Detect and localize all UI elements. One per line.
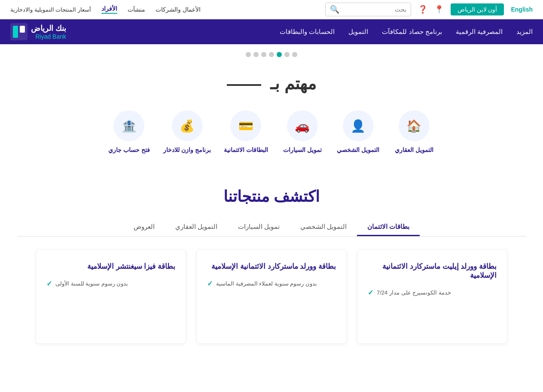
credit-cards-label: البطاقات الائتمانية — [224, 146, 268, 153]
nav-businesses[interactable]: منشآت — [128, 6, 145, 13]
online-banking-button[interactable]: أون لاين الرياض — [451, 3, 504, 15]
interest-card-car-finance[interactable]: 🚗 تمويل السيارات — [281, 110, 324, 153]
check-icon-1: ✓ — [368, 289, 373, 297]
product-card-world-elite: بطاقة وورلد إيليت ماستركارد الائتمانية ا… — [357, 249, 507, 344]
discover-title: اكتشف منتجاتنا — [17, 188, 526, 206]
credit-cards-icon: 💳 — [230, 110, 261, 141]
nav-more[interactable]: المزيد — [516, 20, 533, 43]
dot-2[interactable] — [284, 52, 290, 57]
personal-finance-icon: 👤 — [343, 110, 374, 141]
nav-rewards[interactable]: برنامج حصاد للمكافآت — [382, 20, 442, 43]
location-icon[interactable]: 📍 — [434, 5, 444, 14]
tab-personal-finance[interactable]: التمويل الشخصي — [290, 219, 357, 236]
svg-rect-2 — [20, 26, 25, 33]
product-card-visa-signature: بطاقة فيزا سيغنتشر الإسلامية بدون رسوم س… — [36, 249, 186, 344]
dot-1[interactable] — [292, 52, 297, 57]
main-nav: المزيد المصرفية الرقمية برنامج حصاد للمك… — [0, 19, 543, 44]
visa-signature-title: بطاقة فيزا سيغنتشر الإسلامية — [46, 262, 175, 271]
search-bar: 🔍 — [325, 3, 411, 16]
tab-car-finance[interactable]: تمويل السيارات — [228, 219, 290, 236]
interest-card-personal-finance[interactable]: 👤 التمويل الشخصي — [337, 110, 380, 153]
check-icon-3: ✓ — [46, 280, 52, 288]
world-elite-title: بطاقة وورلد إيليت ماستركارد الائتمانية ا… — [368, 262, 497, 280]
dot-4[interactable] — [269, 52, 274, 57]
world-mastercard-title: بطاقة وورلد ماستركارد الائتمانية الإسلام… — [207, 262, 336, 271]
tab-offers[interactable]: العروض — [123, 219, 165, 236]
real-estate-label: التمويل العقاري — [395, 146, 433, 153]
car-finance-icon: 🚗 — [287, 110, 318, 141]
top-bar: English أون لاين الرياض 📍 ❓ 🔍 الأعمال وا… — [0, 0, 543, 19]
check-icon-2: ✓ — [207, 280, 213, 288]
interest-card-savings[interactable]: 💰 برنامج وازن للادخار — [163, 110, 211, 153]
svg-rect-1 — [13, 26, 18, 38]
main-nav-links: المزيد المصرفية الرقمية برنامج حصاد للمك… — [280, 20, 533, 43]
dot-3[interactable] — [277, 52, 282, 57]
product-card-world-mastercard: بطاقة وورلد ماستركارد الائتمانية الإسلام… — [196, 249, 347, 344]
visa-signature-feature-1: بدون رسوم سنوية للسنة الأولى ✓ — [46, 280, 175, 288]
world-elite-feature-1: خدمة الكونسيرج على مدار 7/24 ✓ — [368, 289, 497, 297]
riyad-bank-logo-icon — [10, 23, 27, 40]
open-account-icon: 🏦 — [113, 110, 144, 141]
dot-5[interactable] — [261, 52, 266, 57]
nav-digital[interactable]: المصرفية الرقمية — [456, 20, 503, 43]
open-account-label: فتح حساب جاري — [108, 146, 150, 153]
interest-card-real-estate[interactable]: 🏠 التمويل العقاري — [393, 110, 436, 153]
dot-7[interactable] — [246, 52, 251, 57]
car-finance-label: تمويل السيارات — [283, 146, 322, 153]
nav-corporate[interactable]: الأعمال والشركات — [156, 6, 201, 13]
interest-card-credit-cards[interactable]: 💳 البطاقات الائتمانية — [224, 110, 268, 153]
nav-accounts[interactable]: الحسابات والبطاقات — [280, 20, 335, 43]
product-cards: بطاقة وورلد إيليت ماستركارد الائتمانية ا… — [17, 249, 526, 344]
interested-section: مهتم بـ 🏠 التمويل العقاري 👤 التمويل الشخ… — [0, 61, 543, 170]
savings-icon: 💰 — [172, 110, 203, 141]
english-link[interactable]: English — [511, 6, 533, 13]
discover-section: اكتشف منتجاتنا بطاقات الائتمان التمويل ا… — [0, 170, 543, 352]
world-elite-feature-text-1: خدمة الكونسيرج على مدار 7/24 — [377, 289, 451, 296]
logo-area: بنك الرياض Riyad Bank — [10, 23, 66, 40]
world-mastercard-feature-1: بدون رسوم سنوية لعملاء المصرفية الماسية … — [207, 280, 336, 288]
nav-individuals[interactable]: الأفراد — [101, 5, 117, 14]
help-icon[interactable]: ❓ — [418, 5, 427, 14]
savings-label: برنامج وازن للادخار — [163, 146, 211, 153]
world-mastercard-feature-text-1: بدون رسوم سنوية لعملاء المصرفية الماسية — [216, 280, 317, 287]
product-tabs: بطاقات الائتمان التمويل الشخصي تمويل الس… — [17, 219, 526, 237]
title-dash — [227, 84, 261, 86]
interest-card-open-account[interactable]: 🏦 فتح حساب جاري — [107, 110, 150, 153]
nav-rates[interactable]: أسعار المنتجات التمويلية والادخارية — [10, 6, 91, 13]
top-bar-nav: الأعمال والشركات منشآت الأفراد أسعار الم… — [10, 5, 201, 14]
personal-finance-label: التمويل الشخصي — [337, 146, 379, 153]
search-icon[interactable]: 🔍 — [330, 5, 339, 14]
slider-dots — [0, 44, 543, 61]
visa-signature-feature-text-1: بدون رسوم سنوية للسنة الأولى — [55, 280, 128, 287]
real-estate-icon: 🏠 — [399, 110, 430, 141]
nav-finance[interactable]: التمويل — [348, 20, 368, 43]
tab-credit-cards[interactable]: بطاقات الائتمان — [357, 219, 420, 236]
top-bar-left: English أون لاين الرياض 📍 ❓ 🔍 — [325, 3, 533, 16]
search-input[interactable] — [342, 6, 406, 13]
interest-cards: 🏠 التمويل العقاري 👤 التمويل الشخصي 🚗 تمو… — [17, 110, 526, 153]
logo-text: بنك الرياض Riyad Bank — [31, 24, 66, 40]
interested-title: مهتم بـ — [17, 74, 526, 93]
tab-real-estate[interactable]: التمويل العقاري — [165, 219, 228, 236]
dot-6[interactable] — [253, 52, 259, 57]
